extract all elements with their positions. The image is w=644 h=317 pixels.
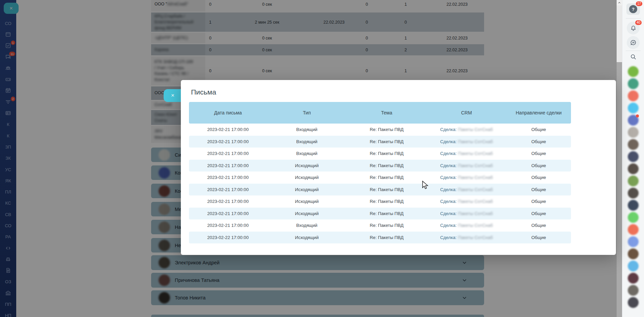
search-icon[interactable] [629,53,637,60]
email-row[interactable]: 2023-02-21 17:00:00 Входящий Re: Пакеты … [189,124,571,136]
scrollbar-up-arrow[interactable] [617,0,622,5]
email-type: Входящий [267,223,347,228]
email-subject: Re: Пакеты ПВД [347,163,427,168]
email-direction: Общие [506,211,571,216]
help-badge: 17 [636,1,642,6]
email-row[interactable]: 2023-02-21 17:00:00 Исходящий Re: Пакеты… [189,171,571,184]
email-date: 2023-02-21 17:00:00 [189,187,267,192]
email-type: Исходящий [267,187,347,192]
email-date: 2023-02-21 17:00:00 [189,139,267,144]
contact-avatar[interactable] [628,188,639,199]
contact-avatar[interactable] [628,273,639,284]
avatar-image [628,224,639,235]
email-crm-link[interactable]: Сделка:Пакеты СотСнаб [427,199,506,204]
email-crm-link[interactable]: Сделка:Пакеты СотСнаб [427,223,506,228]
email-type: Входящий [267,127,347,132]
email-date: 2023-02-22 17:00:00 [189,235,267,240]
emails-table: Дата письма Тип Тема CRM Направление сде… [189,102,571,243]
email-direction: Общие [506,163,571,168]
modal-title: Письма [191,88,216,96]
contact-avatar[interactable] [628,151,639,162]
help-button[interactable]: ? 17 [626,3,640,15]
avatar-image [628,261,639,271]
email-row[interactable]: 2023-02-21 17:00:00 Входящий Re: Пакеты … [189,148,571,160]
email-type: Исходящий [267,235,347,240]
divider [626,18,641,19]
email-crm-link[interactable]: Сделка:Пакеты СотСнаб [427,163,506,168]
email-crm-link[interactable]: Сделка:Пакеты СотСнаб [427,127,506,132]
contact-avatar[interactable] [628,78,639,89]
contact-avatar[interactable] [628,212,639,223]
header-direction: Направление сделки [506,110,571,115]
email-direction: Общие [506,187,571,192]
right-rail: ? 17 40 [622,0,644,317]
email-subject: Re: Пакеты ПВД [347,175,427,180]
contact-avatar[interactable] [628,115,639,126]
contact-avatar[interactable] [628,103,639,113]
scrollbar-thumb[interactable] [617,5,622,62]
email-date: 2023-02-21 17:00:00 [189,151,267,156]
email-crm-link[interactable]: Сделка:Пакеты СотСнаб [427,175,506,180]
email-type: Исходящий [267,211,347,216]
avatar-image [628,297,639,308]
email-row[interactable]: 2023-02-21 17:00:00 Исходящий Re: Пакеты… [189,160,571,172]
email-direction: Общие [506,151,571,156]
contact-avatar[interactable] [628,236,639,247]
avatar-image [628,78,639,89]
contact-avatar[interactable] [628,176,639,186]
email-row[interactable]: 2023-02-21 17:00:00 Исходящий Re: Пакеты… [189,195,571,208]
email-direction: Общие [506,199,571,204]
header-type: Тип [267,110,347,115]
avatar-image [628,90,639,101]
avatar-image [628,248,639,259]
contact-avatar[interactable] [628,127,639,138]
contact-avatar[interactable] [628,261,639,271]
email-crm-link[interactable]: Сделка:Пакеты СотСнаб [427,139,506,144]
contact-avatar[interactable] [628,90,639,101]
contact-avatar[interactable] [628,139,639,150]
notifications-button[interactable]: 40 [627,22,640,34]
emails-modal: Письма Дата письма Тип Тема CRM Направле… [181,80,616,255]
avatar-image [628,103,639,113]
header-date: Дата письма [189,110,267,115]
email-row[interactable]: 2023-02-22 17:00:00 Исходящий Re: Пакеты… [189,232,571,244]
divider [626,51,641,51]
avatar-image [628,151,639,162]
avatar-image [628,139,639,150]
email-type: Входящий [267,151,347,156]
email-row[interactable]: 2023-02-21 17:00:00 Исходящий Re: Пакеты… [189,184,571,196]
vertical-scrollbar[interactable] [617,0,622,317]
avatar-image [628,273,639,284]
contact-avatar[interactable] [628,163,639,174]
contact-avatar[interactable] [628,285,639,296]
email-type: Исходящий [267,175,347,180]
email-direction: Общие [506,127,571,132]
email-row[interactable]: 2023-02-21 17:00:00 Входящий Re: Пакеты … [189,219,571,232]
email-crm-link[interactable]: Сделка:Пакеты СотСнаб [427,211,506,216]
email-row[interactable]: 2023-02-21 17:00:00 Исходящий Re: Пакеты… [189,208,571,220]
close-icon: × [171,92,174,99]
avatar-image [628,236,639,247]
table-header-row: Дата письма Тип Тема CRM Направление сде… [189,102,571,124]
avatar-image [628,163,639,174]
email-type: Исходящий [267,163,347,168]
email-date: 2023-02-21 17:00:00 [189,199,267,204]
contact-avatar[interactable] [628,297,639,308]
email-row[interactable]: 2023-02-21 17:00:00 Входящий Re: Пакеты … [189,136,571,148]
contact-avatar[interactable] [628,248,639,259]
email-subject: Re: Пакеты ПВД [347,223,427,228]
header-subject: Тема [347,110,427,115]
contact-avatar[interactable] [628,66,639,77]
messenger-button[interactable] [627,36,640,49]
email-subject: Re: Пакеты ПВД [347,211,427,216]
question-icon: ? [629,5,637,13]
email-crm-link[interactable]: Сделка:Пакеты СотСнаб [427,235,506,240]
caret-up-icon [617,1,621,5]
email-crm-link[interactable]: Сделка:Пакеты СотСнаб [427,187,506,192]
contact-avatar[interactable] [628,224,639,235]
avatar-image [628,200,639,211]
email-crm-link[interactable]: Сделка:Пакеты СотСнаб [427,151,506,156]
app-root: { "colors": { "teal": "#47c6dc", "thead"… [0,0,644,317]
contact-avatar[interactable] [628,200,639,211]
email-date: 2023-02-21 17:00:00 [189,223,267,228]
